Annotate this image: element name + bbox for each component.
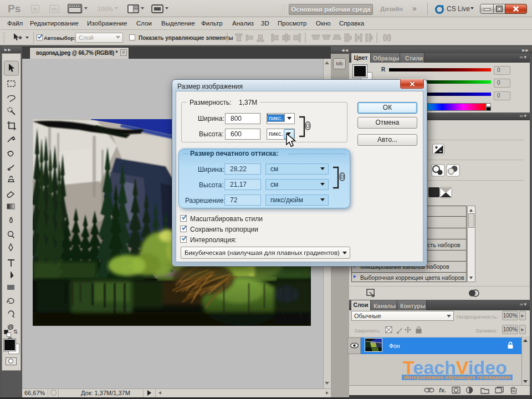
svg-text:fx.: fx. bbox=[439, 387, 446, 393]
